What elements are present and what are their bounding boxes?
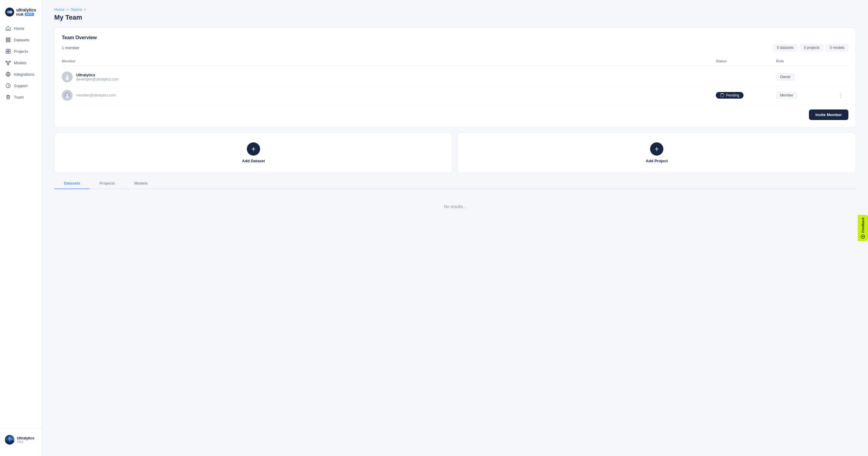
svg-point-33 — [862, 236, 864, 237]
svg-rect-8 — [6, 52, 8, 53]
member-role-1: Owner — [776, 73, 836, 81]
svg-rect-9 — [8, 52, 10, 53]
tab-projects[interactable]: Projects — [90, 178, 124, 189]
member-role-2: Member — [776, 92, 836, 99]
col-status: Status — [716, 59, 776, 63]
col-member: Member — [62, 59, 716, 63]
sidebar-bottom: Ultralytics PRO — [0, 428, 42, 451]
sidebar-item-datasets[interactable]: Datasets — [2, 34, 39, 45]
svg-rect-5 — [6, 41, 10, 42]
logo-hub: HUB BETA — [16, 13, 36, 16]
svg-point-30 — [66, 93, 68, 95]
user-plan: PRO — [17, 440, 34, 444]
models-icon — [5, 60, 11, 65]
svg-rect-20 — [7, 96, 10, 99]
svg-rect-6 — [6, 49, 8, 51]
col-role: Role — [776, 59, 836, 63]
member-details-2: member@ultralytics.com — [76, 93, 116, 97]
table-row: member@ultralytics.com Pending Member ⋮ — [62, 86, 848, 105]
logo-icon — [5, 7, 14, 17]
svg-point-28 — [65, 77, 69, 80]
svg-point-13 — [7, 64, 9, 65]
page-title: My Team — [54, 13, 856, 21]
feedback-button-wrapper: Feedback — [858, 215, 868, 241]
table-header: Member Status Role — [62, 57, 848, 65]
add-project-card[interactable]: + Add Project — [458, 133, 856, 173]
member-avatar-2 — [62, 90, 73, 101]
more-options-button[interactable]: ⋮ — [836, 91, 845, 100]
invite-row: Invite Member — [62, 110, 848, 120]
member-status-2: Pending — [716, 92, 776, 98]
sidebar-nav: Home Datasets Pro — [0, 23, 42, 428]
pending-badge: Pending — [716, 92, 744, 98]
support-icon — [5, 83, 11, 88]
team-overview-title: Team Overview — [62, 35, 848, 40]
add-project-label: Add Project — [646, 159, 668, 163]
team-overview-card: Team Overview 1 member 0 datasets 0 proj… — [54, 27, 856, 127]
tab-models[interactable]: Models — [125, 178, 158, 189]
sidebar-item-datasets-label: Datasets — [14, 38, 29, 42]
pending-spinner — [720, 93, 724, 97]
invite-member-button[interactable]: Invite Member — [809, 110, 848, 120]
action-cards: + Add Dataset + Add Project — [54, 133, 856, 173]
datasets-icon — [5, 37, 11, 42]
team-stats-row: 1 member 0 datasets 0 projects 0 models — [62, 44, 848, 51]
sidebar-item-projects-label: Projects — [14, 49, 28, 54]
logo: ultralytics HUB BETA — [0, 5, 42, 23]
projects-stat: 0 projects — [800, 44, 824, 51]
svg-point-24 — [5, 440, 10, 445]
svg-point-10 — [7, 62, 9, 64]
sidebar-item-support[interactable]: Support — [2, 80, 39, 91]
table-row: Ultralytics developer@ultralytics.com Ow… — [62, 68, 848, 86]
integrations-icon — [5, 72, 11, 77]
col-actions — [836, 59, 848, 63]
user-profile[interactable]: Ultralytics PRO — [2, 433, 39, 446]
breadcrumb-sep2: > — [84, 7, 87, 12]
member-avatar-1 — [62, 72, 73, 82]
sidebar: ultralytics HUB BETA Home — [0, 0, 42, 456]
svg-rect-4 — [6, 39, 10, 40]
member-badge: Member — [776, 92, 797, 99]
svg-rect-7 — [8, 49, 10, 51]
tabs-row: Datasets Projects Models — [54, 178, 856, 189]
avatar — [5, 435, 14, 445]
user-name: Ultralytics — [17, 436, 34, 440]
svg-rect-3 — [6, 38, 10, 38]
tab-datasets[interactable]: Datasets — [54, 178, 90, 189]
sidebar-item-home[interactable]: Home — [2, 23, 39, 34]
user-info: Ultralytics PRO — [17, 436, 34, 444]
trash-icon — [5, 94, 11, 100]
logo-text: ultralytics HUB BETA — [16, 8, 36, 16]
member-name-1: Ultralytics — [76, 73, 119, 77]
logo-title: ultralytics — [16, 8, 36, 12]
models-stat: 0 models — [826, 44, 848, 51]
sidebar-item-trash[interactable]: Trash — [2, 92, 39, 103]
sidebar-item-support-label: Support — [14, 84, 28, 88]
add-project-icon: + — [650, 142, 663, 155]
sidebar-item-integrations[interactable]: Integrations — [2, 69, 39, 80]
member-details-1: Ultralytics developer@ultralytics.com — [76, 73, 119, 81]
svg-point-23 — [8, 437, 11, 440]
sidebar-item-models-label: Models — [14, 61, 27, 65]
add-dataset-label: Add Dataset — [242, 159, 265, 163]
member-email-1: developer@ultralytics.com — [76, 77, 119, 81]
svg-point-31 — [65, 95, 69, 98]
sidebar-item-home-label: Home — [14, 26, 24, 31]
feedback-button[interactable]: Feedback — [858, 215, 868, 241]
members-table: Member Status Role Ultralyti — [62, 57, 848, 105]
sidebar-item-models[interactable]: Models — [2, 57, 39, 68]
breadcrumb-sep1: > — [67, 7, 69, 12]
member-info-2: member@ultralytics.com — [62, 90, 716, 101]
sidebar-item-trash-label: Trash — [14, 95, 24, 99]
sidebar-item-integrations-label: Integrations — [14, 72, 34, 77]
sidebar-item-projects[interactable]: Projects — [2, 46, 39, 57]
datasets-stat: 0 datasets — [773, 44, 798, 51]
svg-point-2 — [9, 10, 12, 13]
home-icon — [5, 26, 11, 31]
member-more-2[interactable]: ⋮ — [836, 91, 848, 100]
breadcrumb: Home > Teams > — [54, 7, 856, 12]
breadcrumb-teams[interactable]: Teams — [70, 7, 82, 12]
feedback-label: Feedback — [861, 218, 865, 233]
add-dataset-card[interactable]: + Add Dataset — [54, 133, 453, 173]
breadcrumb-home[interactable]: Home — [54, 7, 65, 12]
